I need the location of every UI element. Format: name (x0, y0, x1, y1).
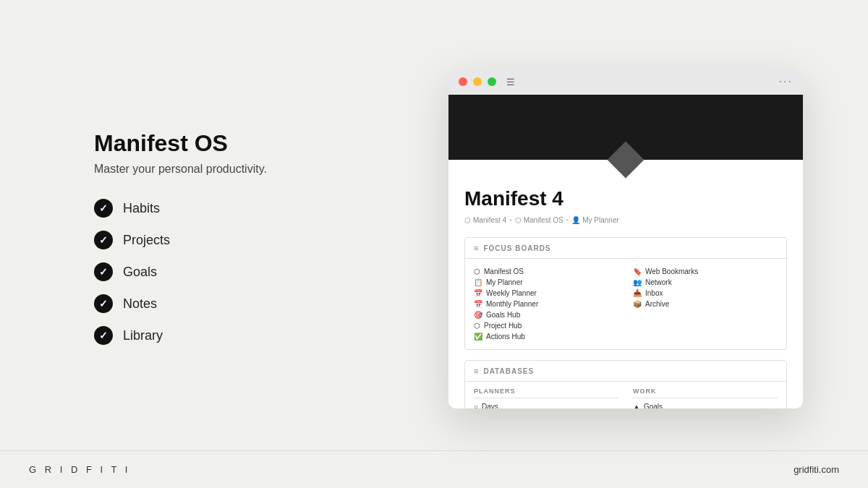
section-header: ≡ DATABASES (465, 361, 786, 382)
list-item: ⬡ Manifest OS (474, 266, 618, 277)
list-item: 🔖 Web Bookmarks (633, 266, 778, 277)
bottom-bar: G R I D F I T I gridfiti.com (0, 450, 868, 488)
db-item-icon: ▲ (633, 403, 640, 408)
section-content: ⬡ Manifest OS 📋 My Planner 📅 Weekly Plan… (465, 259, 786, 349)
list-item: Goals (94, 262, 267, 281)
breadcrumb-item: 👤 My Planner (571, 216, 619, 224)
focus-item-icon: 📋 (474, 278, 482, 286)
breadcrumb-icon: ⬡ (464, 216, 471, 224)
traffic-light-yellow[interactable] (473, 77, 482, 86)
breadcrumb-icon: 👤 (571, 216, 580, 224)
focus-item-icon: ⬡ (474, 267, 480, 275)
brand-name: G R I D F I T I (29, 464, 130, 475)
list-item: ▲ Goals (633, 401, 778, 408)
focus-item-label: Actions Hub (486, 333, 525, 341)
feature-label: Library (123, 328, 163, 343)
focus-item-label: Network (645, 278, 672, 286)
focus-item-label: Project Hub (484, 322, 522, 330)
traffic-light-green[interactable] (488, 77, 496, 86)
section-header-icon: ≡ (474, 367, 479, 375)
feature-label: Habits (123, 201, 160, 216)
browser-more-icon[interactable]: ··· (779, 75, 793, 88)
focus-item-icon: ✅ (474, 333, 482, 341)
focus-right-column: 🔖 Web Bookmarks 👥 Network 📥 Inbox (633, 266, 778, 342)
focus-item-label: Web Bookmarks (645, 267, 698, 275)
page-body: Manifest 4 ⬡ Manifest 4 • ⬡ Manifest OS … (448, 160, 803, 408)
planners-column: PLANNERS ○ Days (474, 388, 618, 408)
browser-content: Manifest 4 ⬡ Manifest 4 • ⬡ Manifest OS … (448, 95, 803, 408)
breadcrumb-icon: ⬡ (515, 216, 522, 224)
breadcrumb-text: Manifest OS (524, 216, 563, 224)
list-item: 📥 Inbox (633, 288, 778, 299)
list-item: 📋 My Planner (474, 277, 618, 288)
focus-item-label: My Planner (486, 278, 523, 286)
list-item: Projects (94, 231, 267, 249)
work-column: WORK ▲ Goals (633, 388, 778, 408)
planners-header: PLANNERS (474, 388, 618, 398)
check-icon (94, 294, 113, 313)
list-item: Habits (94, 199, 267, 218)
work-header: WORK (633, 388, 778, 398)
section-header-icon: ≡ (474, 244, 479, 252)
databases-section: ≡ DATABASES PLANNERS ○ Days WORK ▲ (464, 360, 787, 408)
focus-item-icon: 📅 (474, 300, 482, 308)
breadcrumb-item: ⬡ Manifest OS (515, 216, 563, 224)
section-header: ≡ FOCUS BOARDS (465, 238, 786, 259)
check-icon (94, 262, 113, 281)
page-title: Manifest 4 (464, 187, 787, 210)
feature-label: Goals (123, 265, 157, 280)
section-header-label: DATABASES (483, 367, 534, 375)
list-item: 👥 Network (633, 277, 778, 288)
list-item: ○ Days (474, 401, 618, 408)
focus-boards-section: ≡ FOCUS BOARDS ⬡ Manifest OS 📋 (464, 237, 787, 350)
db-item-label: Days (482, 403, 498, 408)
page-banner (448, 95, 803, 160)
breadcrumb-separator: • (566, 216, 569, 224)
check-icon (94, 326, 113, 345)
feature-list: Habits Projects Goals Notes Library (94, 199, 267, 345)
focus-item-icon: 📅 (474, 289, 482, 297)
browser-chrome: ☰ ··· (448, 69, 803, 95)
focus-item-icon: 📥 (633, 289, 642, 297)
focus-item-icon: 👥 (633, 278, 642, 286)
app-subtitle: Master your personal productivity. (94, 163, 267, 176)
app-title: Manifest OS (94, 130, 267, 157)
focus-item-label: Manifest OS (484, 267, 524, 275)
breadcrumb: ⬡ Manifest 4 • ⬡ Manifest OS • 👤 My Plan… (464, 216, 787, 224)
list-item: Library (94, 326, 267, 345)
focus-item-label: Inbox (645, 289, 663, 297)
db-item-icon: ○ (474, 403, 478, 408)
db-item-label: Goals (644, 403, 663, 408)
breadcrumb-text: Manifest 4 (473, 216, 506, 224)
databases-grid: PLANNERS ○ Days WORK ▲ Goals (465, 382, 786, 408)
focus-item-icon: 🔖 (633, 267, 642, 275)
list-item: 📅 Monthly Planner (474, 299, 618, 309)
list-item: ⬡ Project Hub (474, 320, 618, 331)
check-icon (94, 199, 113, 218)
focus-grid: ⬡ Manifest OS 📋 My Planner 📅 Weekly Plan… (474, 266, 778, 342)
feature-label: Projects (123, 233, 170, 248)
list-item: 📦 Archive (633, 299, 778, 309)
list-item: 🎯 Goals Hub (474, 309, 618, 320)
hamburger-icon[interactable]: ☰ (506, 77, 515, 87)
section-header-label: FOCUS BOARDS (483, 244, 550, 252)
focus-item-icon: 🎯 (474, 311, 482, 319)
focus-item-icon: 📦 (633, 300, 642, 308)
focus-item-icon: ⬡ (474, 322, 480, 330)
feature-label: Notes (123, 296, 157, 312)
check-icon (94, 231, 113, 249)
breadcrumb-text: My Planner (582, 216, 619, 224)
breadcrumb-separator: • (509, 216, 512, 224)
breadcrumb-item: ⬡ Manifest 4 (464, 216, 506, 224)
focus-item-label: Goals Hub (486, 311, 520, 319)
list-item: 📅 Weekly Planner (474, 288, 618, 299)
list-item: ✅ Actions Hub (474, 331, 618, 342)
list-item: Notes (94, 294, 267, 313)
left-panel: Manifest OS Master your personal product… (94, 130, 267, 345)
focus-item-label: Monthly Planner (486, 300, 538, 308)
brand-url: gridfiti.com (793, 464, 839, 475)
traffic-light-red[interactable] (459, 77, 467, 86)
focus-item-label: Weekly Planner (486, 289, 537, 297)
browser-window: ☰ ··· Manifest 4 ⬡ Manifest 4 • ⬡ Manife… (448, 69, 803, 408)
focus-item-label: Archive (645, 300, 669, 308)
